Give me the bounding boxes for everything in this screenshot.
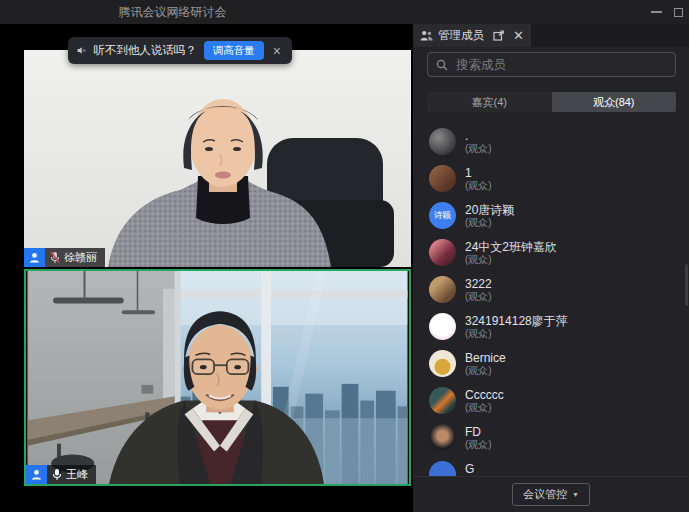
manage-members-tab[interactable]: 管理成员 ✕ <box>413 24 531 47</box>
audio-help-banner: 听不到他人说话吗？ 调高音量 × <box>68 37 292 64</box>
member-name: 3222 <box>465 277 492 291</box>
avatar <box>429 424 456 451</box>
maximize-icon[interactable] <box>674 8 683 17</box>
member-role: (观众) <box>465 180 492 192</box>
member-role: (观众) <box>465 291 492 303</box>
members-icon <box>420 30 433 41</box>
member-list: .(观众)1(观众)诗颖20唐诗颖(观众)24中文2班钟嘉欣(观众)3222(观… <box>413 123 689 476</box>
avatar <box>429 239 456 266</box>
member-name: FD <box>465 425 492 439</box>
window-controls <box>651 0 683 24</box>
banner-text: 听不到他人说话吗？ <box>93 43 197 58</box>
panel-title: 管理成员 <box>438 28 484 43</box>
member-name: 3241914128廖于萍 <box>465 314 568 328</box>
mic-on-icon <box>52 468 62 481</box>
speaker1-video-frame <box>24 50 411 267</box>
list-item[interactable]: 诗颖20唐诗颖(观众) <box>429 197 689 234</box>
minimize-icon[interactable] <box>651 11 662 13</box>
meeting-control-label: 会议管控 <box>523 487 567 502</box>
video-tile-speaker-2[interactable]: 王峰 <box>24 269 411 486</box>
speaker2-name-badge: 王峰 <box>26 465 96 484</box>
member-badge-icon <box>26 465 47 484</box>
member-name: Cccccc <box>465 388 504 402</box>
member-role: (观众) <box>465 402 504 414</box>
speaker1-name: 徐赣丽 <box>64 250 97 265</box>
member-badge-icon <box>24 248 45 267</box>
mic-muted-icon <box>50 251 60 264</box>
list-item[interactable]: .(观众) <box>429 123 689 160</box>
member-role: (观众) <box>465 365 506 377</box>
panel-close-icon[interactable]: ✕ <box>513 29 524 42</box>
member-name: 20唐诗颖 <box>465 203 514 217</box>
list-item[interactable]: Bernice(观众) <box>429 345 689 382</box>
speaker2-video-frame <box>26 271 409 484</box>
audience-tabs: 嘉宾(4) 观众(84) <box>427 92 676 112</box>
chevron-down-icon: ▼ <box>572 491 579 498</box>
raise-volume-button[interactable]: 调高音量 <box>204 41 264 60</box>
tab-audience[interactable]: 观众(84) <box>552 92 677 112</box>
member-name: 24中文2班钟嘉欣 <box>465 240 557 254</box>
scrollbar[interactable] <box>685 264 688 306</box>
list-item[interactable]: 1(观众) <box>429 160 689 197</box>
member-search[interactable] <box>427 52 676 77</box>
avatar <box>429 165 456 192</box>
member-role: (观众) <box>465 254 557 266</box>
avatar <box>429 461 456 476</box>
member-name: . <box>465 129 492 143</box>
meeting-window: 腾讯会议网络研讨会 听不到他人说话吗？ 调高音量 × <box>0 0 689 512</box>
video-tile-speaker-1[interactable]: 徐赣丽 <box>24 50 411 267</box>
member-name: Bernice <box>465 351 506 365</box>
list-item[interactable]: 3241914128廖于萍(观众) <box>429 308 689 345</box>
video-stage: 听不到他人说话吗？ 调高音量 × <box>0 24 413 512</box>
speaker2-name: 王峰 <box>66 467 88 482</box>
meeting-control-button[interactable]: 会议管控 ▼ <box>512 483 590 506</box>
speaker-muted-icon <box>77 44 86 57</box>
avatar <box>429 128 456 155</box>
member-role: (观众) <box>465 439 492 451</box>
avatar <box>429 387 456 414</box>
list-item[interactable]: G(观众) <box>429 456 689 476</box>
avatar: 诗颖 <box>429 202 456 229</box>
avatar <box>429 313 456 340</box>
avatar <box>429 350 456 377</box>
list-item[interactable]: 24中文2班钟嘉欣(观众) <box>429 234 689 271</box>
list-item[interactable]: Cccccc(观众) <box>429 382 689 419</box>
list-item[interactable]: 3222(观众) <box>429 271 689 308</box>
tab-guests[interactable]: 嘉宾(4) <box>427 92 552 112</box>
banner-close-icon[interactable]: × <box>271 44 283 58</box>
search-input[interactable] <box>454 57 667 73</box>
member-role: (观众) <box>465 143 492 155</box>
panel-footer: 会议管控 ▼ <box>413 476 689 512</box>
speaker1-name-badge: 徐赣丽 <box>24 248 105 267</box>
member-name: 1 <box>465 166 492 180</box>
member-role: (观众) <box>465 217 514 229</box>
panel-tabstrip: 管理成员 ✕ <box>413 24 689 47</box>
avatar <box>429 276 456 303</box>
popout-icon[interactable] <box>493 30 504 41</box>
member-role: (观众) <box>465 328 568 340</box>
member-name: G <box>465 462 492 476</box>
search-icon <box>436 59 448 71</box>
title-bar: 腾讯会议网络研讨会 <box>0 0 689 24</box>
manage-members-panel: 管理成员 ✕ 嘉宾(4) 观众(84) . <box>413 24 689 512</box>
list-item[interactable]: FD(观众) <box>429 419 689 456</box>
window-title: 腾讯会议网络研讨会 <box>0 0 345 24</box>
